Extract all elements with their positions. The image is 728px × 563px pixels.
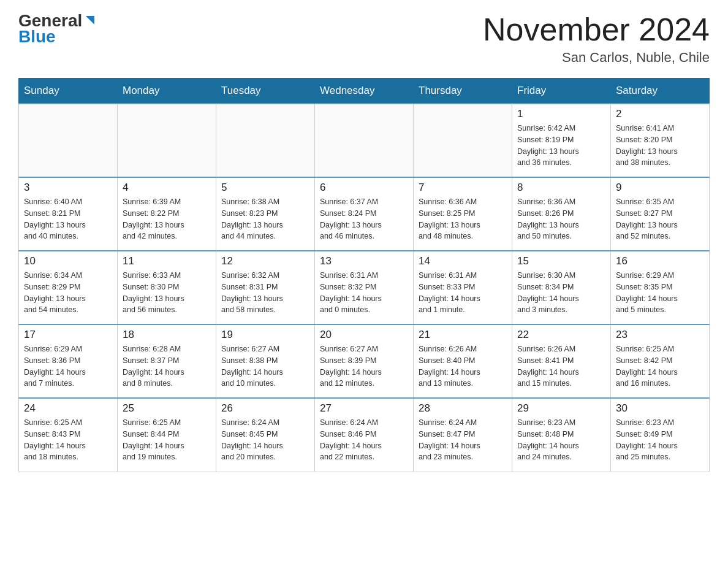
day-info: Sunrise: 6:38 AM Sunset: 8:23 PM Dayligh…: [221, 196, 309, 242]
calendar-cell: 17Sunrise: 6:29 AM Sunset: 8:36 PM Dayli…: [19, 324, 118, 398]
day-info: Sunrise: 6:42 AM Sunset: 8:19 PM Dayligh…: [517, 123, 605, 169]
day-of-week-header-thursday: Thursday: [414, 79, 512, 104]
day-info: Sunrise: 6:26 AM Sunset: 8:40 PM Dayligh…: [419, 343, 507, 389]
calendar-cell: 11Sunrise: 6:33 AM Sunset: 8:30 PM Dayli…: [118, 251, 216, 324]
calendar-cell: 7Sunrise: 6:36 AM Sunset: 8:25 PM Daylig…: [414, 177, 512, 251]
calendar-cell: 15Sunrise: 6:30 AM Sunset: 8:34 PM Dayli…: [512, 251, 611, 324]
day-info: Sunrise: 6:26 AM Sunset: 8:41 PM Dayligh…: [517, 343, 605, 389]
day-info: Sunrise: 6:23 AM Sunset: 8:49 PM Dayligh…: [616, 417, 704, 463]
calendar-cell: 22Sunrise: 6:26 AM Sunset: 8:41 PM Dayli…: [512, 324, 611, 398]
day-of-week-header-friday: Friday: [512, 79, 611, 104]
day-info: Sunrise: 6:32 AM Sunset: 8:31 PM Dayligh…: [221, 270, 309, 316]
day-info: Sunrise: 6:28 AM Sunset: 8:37 PM Dayligh…: [123, 343, 211, 389]
day-number: 9: [616, 182, 704, 194]
day-info: Sunrise: 6:30 AM Sunset: 8:34 PM Dayligh…: [517, 270, 605, 316]
calendar-cell: 24Sunrise: 6:25 AM Sunset: 8:43 PM Dayli…: [19, 398, 118, 472]
day-info: Sunrise: 6:27 AM Sunset: 8:39 PM Dayligh…: [320, 343, 408, 389]
day-info: Sunrise: 6:39 AM Sunset: 8:22 PM Dayligh…: [123, 196, 211, 242]
calendar-cell: [118, 104, 216, 177]
calendar-table: SundayMondayTuesdayWednesdayThursdayFrid…: [18, 78, 710, 472]
day-number: 15: [517, 255, 605, 267]
title-area: November 2024 San Carlos, Nuble, Chile: [483, 12, 710, 66]
day-info: Sunrise: 6:25 AM Sunset: 8:42 PM Dayligh…: [616, 343, 704, 389]
day-info: Sunrise: 6:24 AM Sunset: 8:47 PM Dayligh…: [419, 417, 507, 463]
day-info: Sunrise: 6:37 AM Sunset: 8:24 PM Dayligh…: [320, 196, 408, 242]
calendar-cell: 30Sunrise: 6:23 AM Sunset: 8:49 PM Dayli…: [611, 398, 710, 472]
calendar-cell: [216, 104, 315, 177]
day-info: Sunrise: 6:36 AM Sunset: 8:26 PM Dayligh…: [517, 196, 605, 242]
day-number: 26: [221, 402, 309, 415]
calendar-cell: 10Sunrise: 6:34 AM Sunset: 8:29 PM Dayli…: [19, 251, 118, 324]
day-number: 23: [616, 329, 704, 341]
calendar-cell: 3Sunrise: 6:40 AM Sunset: 8:21 PM Daylig…: [19, 177, 118, 251]
day-number: 1: [517, 108, 605, 120]
calendar-header-row: SundayMondayTuesdayWednesdayThursdayFrid…: [19, 79, 710, 104]
day-number: 13: [320, 255, 408, 267]
calendar-cell: 1Sunrise: 6:42 AM Sunset: 8:19 PM Daylig…: [512, 104, 611, 177]
logo-triangle-icon: [83, 13, 97, 27]
calendar-cell: 18Sunrise: 6:28 AM Sunset: 8:37 PM Dayli…: [118, 324, 216, 398]
day-number: 19: [221, 329, 309, 341]
calendar-cell: 29Sunrise: 6:23 AM Sunset: 8:48 PM Dayli…: [512, 398, 611, 472]
calendar-cell: [19, 104, 118, 177]
calendar-cell: 19Sunrise: 6:27 AM Sunset: 8:38 PM Dayli…: [216, 324, 315, 398]
calendar-cell: 9Sunrise: 6:35 AM Sunset: 8:27 PM Daylig…: [611, 177, 710, 251]
day-of-week-header-monday: Monday: [118, 79, 216, 104]
location: San Carlos, Nuble, Chile: [483, 50, 710, 66]
calendar-cell: 25Sunrise: 6:25 AM Sunset: 8:44 PM Dayli…: [118, 398, 216, 472]
day-number: 17: [24, 329, 112, 341]
day-info: Sunrise: 6:36 AM Sunset: 8:25 PM Dayligh…: [419, 196, 507, 242]
day-number: 14: [419, 255, 507, 267]
day-info: Sunrise: 6:33 AM Sunset: 8:30 PM Dayligh…: [123, 270, 211, 316]
day-info: Sunrise: 6:40 AM Sunset: 8:21 PM Dayligh…: [24, 196, 112, 242]
calendar-header: SundayMondayTuesdayWednesdayThursdayFrid…: [19, 79, 710, 104]
logo: General Blue: [18, 12, 97, 47]
calendar-cell: 2Sunrise: 6:41 AM Sunset: 8:20 PM Daylig…: [611, 104, 710, 177]
day-number: 18: [123, 329, 211, 341]
day-number: 20: [320, 329, 408, 341]
month-title: November 2024: [483, 12, 710, 47]
day-info: Sunrise: 6:24 AM Sunset: 8:46 PM Dayligh…: [320, 417, 408, 463]
day-number: 24: [24, 402, 112, 415]
logo-text-blue: Blue: [18, 27, 56, 47]
day-number: 29: [517, 402, 605, 415]
day-number: 10: [24, 255, 112, 267]
day-number: 25: [123, 402, 211, 415]
day-info: Sunrise: 6:41 AM Sunset: 8:20 PM Dayligh…: [616, 123, 704, 169]
calendar-week-row: 17Sunrise: 6:29 AM Sunset: 8:36 PM Dayli…: [19, 324, 710, 398]
page-header: General Blue November 2024 San Carlos, N…: [18, 12, 710, 66]
calendar-week-row: 3Sunrise: 6:40 AM Sunset: 8:21 PM Daylig…: [19, 177, 710, 251]
day-number: 12: [221, 255, 309, 267]
calendar-cell: 21Sunrise: 6:26 AM Sunset: 8:40 PM Dayli…: [414, 324, 512, 398]
day-number: 4: [123, 182, 211, 194]
day-info: Sunrise: 6:31 AM Sunset: 8:32 PM Dayligh…: [320, 270, 408, 316]
day-of-week-header-saturday: Saturday: [611, 79, 710, 104]
day-number: 6: [320, 182, 408, 194]
calendar-cell: 6Sunrise: 6:37 AM Sunset: 8:24 PM Daylig…: [315, 177, 414, 251]
day-number: 3: [24, 182, 112, 194]
calendar-cell: 20Sunrise: 6:27 AM Sunset: 8:39 PM Dayli…: [315, 324, 414, 398]
day-number: 11: [123, 255, 211, 267]
day-number: 22: [517, 329, 605, 341]
day-number: 30: [616, 402, 704, 415]
calendar-week-row: 1Sunrise: 6:42 AM Sunset: 8:19 PM Daylig…: [19, 104, 710, 177]
calendar-cell: 4Sunrise: 6:39 AM Sunset: 8:22 PM Daylig…: [118, 177, 216, 251]
day-info: Sunrise: 6:31 AM Sunset: 8:33 PM Dayligh…: [419, 270, 507, 316]
day-number: 7: [419, 182, 507, 194]
calendar-cell: 27Sunrise: 6:24 AM Sunset: 8:46 PM Dayli…: [315, 398, 414, 472]
day-info: Sunrise: 6:27 AM Sunset: 8:38 PM Dayligh…: [221, 343, 309, 389]
day-info: Sunrise: 6:23 AM Sunset: 8:48 PM Dayligh…: [517, 417, 605, 463]
calendar-cell: 23Sunrise: 6:25 AM Sunset: 8:42 PM Dayli…: [611, 324, 710, 398]
calendar-body: 1Sunrise: 6:42 AM Sunset: 8:19 PM Daylig…: [19, 104, 710, 472]
day-of-week-header-wednesday: Wednesday: [315, 79, 414, 104]
day-info: Sunrise: 6:35 AM Sunset: 8:27 PM Dayligh…: [616, 196, 704, 242]
calendar-cell: 14Sunrise: 6:31 AM Sunset: 8:33 PM Dayli…: [414, 251, 512, 324]
calendar-cell: 5Sunrise: 6:38 AM Sunset: 8:23 PM Daylig…: [216, 177, 315, 251]
day-info: Sunrise: 6:34 AM Sunset: 8:29 PM Dayligh…: [24, 270, 112, 316]
day-info: Sunrise: 6:25 AM Sunset: 8:44 PM Dayligh…: [123, 417, 211, 463]
calendar-cell: [414, 104, 512, 177]
day-info: Sunrise: 6:24 AM Sunset: 8:45 PM Dayligh…: [221, 417, 309, 463]
calendar-cell: 28Sunrise: 6:24 AM Sunset: 8:47 PM Dayli…: [414, 398, 512, 472]
day-number: 8: [517, 182, 605, 194]
day-number: 28: [419, 402, 507, 415]
